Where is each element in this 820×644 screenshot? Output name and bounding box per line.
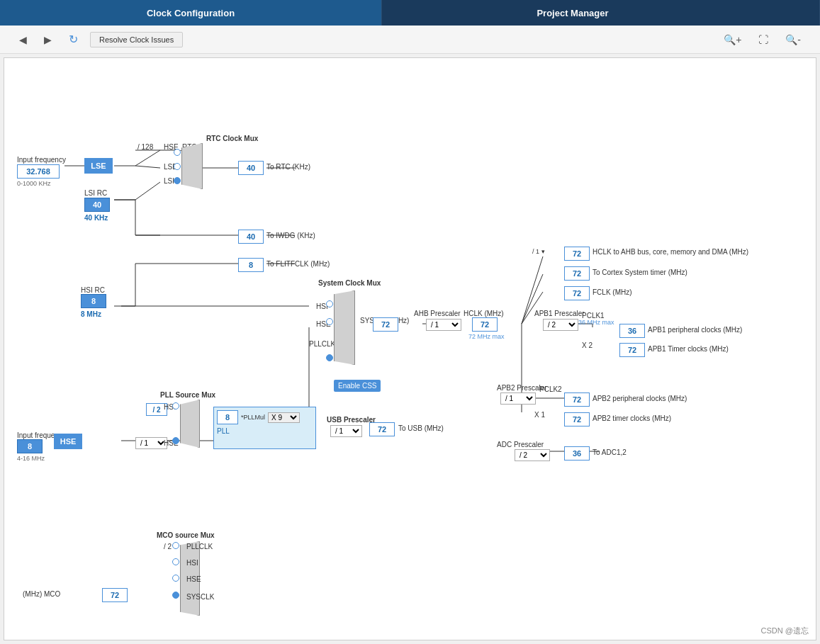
- svg-line-3: [135, 166, 160, 168]
- hclk-ahb-val[interactable]: 72: [564, 247, 590, 261]
- div128-label: / 128: [137, 143, 153, 151]
- lse-block[interactable]: LSE: [84, 158, 113, 174]
- radio-hsi-sys[interactable]: [326, 300, 333, 307]
- radio-hse-pll[interactable]: [172, 437, 179, 444]
- adc-prescaler-label: ADC Prescaler: [497, 441, 544, 448]
- radio-hse-sys[interactable]: [326, 318, 333, 325]
- input-range-bot: 4-16 MHz: [17, 455, 45, 462]
- radio-pllclk-sys[interactable]: [326, 354, 333, 361]
- tab-clock-config[interactable]: Clock Configuration: [0, 0, 382, 26]
- zoom-in-button[interactable]: 🔍+: [719, 30, 746, 49]
- hclk-val[interactable]: 72: [472, 317, 498, 332]
- hsi-val[interactable]: 8: [81, 294, 106, 308]
- radio-pllclk-mco[interactable]: [172, 542, 179, 549]
- hclk-max: 72 MHz max: [468, 333, 505, 340]
- mco-hse-label: HSE: [186, 575, 201, 583]
- input-val-bot[interactable]: 8: [17, 439, 43, 453]
- apb2-timer-val[interactable]: 72: [564, 412, 590, 426]
- radio-lsi-rtc[interactable]: [174, 177, 181, 184]
- pll-mux-shape: [180, 400, 200, 448]
- pll-mul-select[interactable]: X 9X 2X 3X 4X 5X 6X 7X 8: [268, 412, 300, 423]
- undo-button[interactable]: ◀: [14, 30, 32, 49]
- rtc-mux-label: RTC Clock Mux: [206, 135, 258, 142]
- zoom-fit-button[interactable]: ⛶: [753, 30, 773, 49]
- mco-sysclk-label: SYSCLK: [186, 593, 214, 601]
- usb-prescaler-select[interactable]: / 1/ 1.5: [330, 425, 362, 437]
- pclk2-label: PCLK2: [539, 385, 562, 393]
- apb1-periph-val[interactable]: 36: [619, 324, 645, 338]
- pllclk-sys-label: PLLCLK: [309, 340, 335, 348]
- mco-output-label: (MHz) MCO: [23, 590, 60, 598]
- adc-prescaler-select[interactable]: / 2/ 4/ 6/ 8: [515, 449, 550, 461]
- svg-line-2: [135, 150, 160, 166]
- hsi-rc-label: HSI RC: [81, 286, 105, 294]
- pll-div1-select[interactable]: / 1/ 2: [135, 437, 167, 449]
- sys-mux-shape: [334, 290, 355, 365]
- main-container: Clock Configuration Project Manager ◀ ▶ …: [0, 0, 820, 644]
- apb1-prescaler-select[interactable]: / 2/ 1/ 4: [543, 319, 578, 331]
- zoom-out-button[interactable]: 🔍-: [780, 30, 806, 49]
- input-freq-top-label: Input frequency: [17, 156, 66, 164]
- mco-div2-label: / 2: [164, 543, 172, 550]
- lsi-label2: LSI: [164, 177, 174, 185]
- sysclk-val[interactable]: 72: [373, 317, 398, 332]
- apb1-prescaler-label: APB1 Prescaler: [534, 310, 585, 317]
- pll-label: PLL: [217, 427, 313, 435]
- enable-css-button[interactable]: Enable CSS: [334, 380, 381, 392]
- tab-extra[interactable]: [763, 0, 820, 26]
- usb-prescaler-label: USB Prescaler: [327, 416, 376, 424]
- cortex-label: To Cortex System timer (MHz): [592, 269, 687, 276]
- apb1-timer-val[interactable]: 72: [619, 343, 645, 357]
- ahb-prescaler-label: AHB Prescaler: [414, 310, 461, 317]
- hsi-mhz: 8 MHz: [81, 310, 101, 318]
- apb2-periph-val[interactable]: 72: [564, 392, 590, 407]
- lsi-rc-label: LSI RC: [84, 189, 107, 197]
- to-rtc-val[interactable]: 40: [238, 161, 264, 175]
- lsi-khz: 40 KHz: [84, 214, 108, 222]
- sys-mux-label: System Clock Mux: [318, 279, 381, 287]
- usb-val[interactable]: 72: [369, 422, 395, 436]
- tab-project-manager[interactable]: Project Manager: [382, 0, 763, 26]
- radio-lse-rtc[interactable]: [174, 163, 181, 170]
- fclk-label: FCLK (MHz): [592, 288, 632, 296]
- apb2-periph-label: APB2 peripheral clocks (MHz): [592, 395, 687, 402]
- hse-block[interactable]: HSE: [54, 434, 82, 449]
- header: Clock Configuration Project Manager: [0, 0, 820, 26]
- apb2-x1-label: X 1: [534, 411, 545, 419]
- to-rtc-label: To RTC (KHz): [266, 163, 310, 171]
- to-flit-label: To FLITFCLK (MHz): [266, 260, 330, 268]
- to-flit-val[interactable]: 8: [238, 258, 264, 272]
- svg-line-18: [522, 292, 543, 324]
- refresh-button[interactable]: ↻: [64, 29, 83, 50]
- adc-val[interactable]: 36: [564, 446, 590, 461]
- svg-line-7: [135, 182, 160, 200]
- hclk-div-label: / 1 ▾: [532, 248, 545, 255]
- cortex-val[interactable]: 72: [564, 266, 590, 281]
- apb1-timer-label: APB1 Timer clocks (MHz): [648, 345, 729, 353]
- ahb-prescaler-select[interactable]: / 1/ 2/ 4: [426, 319, 461, 331]
- pll-val[interactable]: 8: [217, 410, 238, 424]
- pll-mul-label: *PLLMul: [241, 414, 265, 421]
- usb-label: To USB (MHz): [398, 424, 444, 432]
- apb2-prescaler-select[interactable]: / 1/ 2: [500, 392, 536, 405]
- radio-hse-rtc[interactable]: [174, 149, 181, 156]
- input-val-top[interactable]: 32.768: [17, 164, 60, 179]
- apb1-periph-label: APB1 peripheral clocks (MHz): [648, 326, 742, 334]
- redo-button[interactable]: ▶: [39, 30, 57, 49]
- mco-pllclk-label: PLLCLK: [186, 543, 213, 550]
- mco-val[interactable]: 72: [102, 588, 128, 602]
- radio-hse-mco[interactable]: [172, 575, 179, 582]
- radio-hsi-mco[interactable]: [172, 558, 179, 565]
- apb2-timer-label: APB2 timer clocks (MHz): [592, 414, 671, 422]
- pll-block: 8 *PLLMul X 9X 2X 3X 4X 5X 6X 7X 8 PLL: [213, 407, 316, 449]
- to-iwdg-label: To IWDG (KHz): [266, 232, 315, 239]
- to-iwdg-val[interactable]: 40: [238, 230, 264, 244]
- fclk-val[interactable]: 72: [564, 286, 590, 300]
- input-range-top: 0-1000 KHz: [17, 180, 51, 187]
- pll-source-label: PLL Source Mux: [160, 391, 215, 399]
- radio-sysclk-mco[interactable]: [172, 592, 179, 599]
- resolve-clock-issues-button[interactable]: Resolve Clock Issues: [90, 32, 183, 47]
- radio-hsi-pll[interactable]: [172, 402, 179, 409]
- lsi-val[interactable]: 40: [84, 198, 110, 212]
- hclk-ahb-label: HCLK to AHB bus, core, memory and DMA (M…: [592, 248, 748, 256]
